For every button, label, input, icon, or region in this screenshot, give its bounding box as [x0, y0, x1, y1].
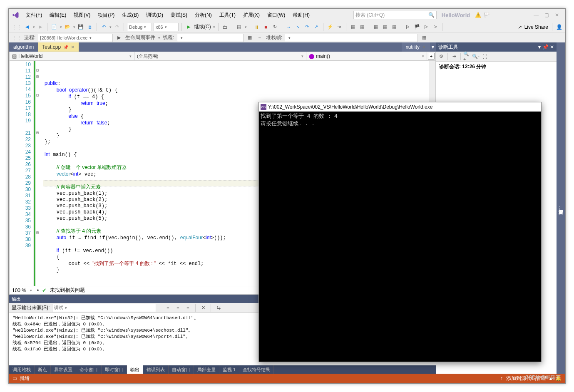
tab-dropdown-icon[interactable]: ▾ [432, 44, 434, 50]
minimize-button[interactable]: — [534, 12, 539, 18]
account-icon[interactable]: 👤 [556, 24, 562, 30]
pin-icon[interactable]: 📌 [63, 45, 68, 50]
solution-explorer-tab[interactable]: 解决方案资源管… [557, 42, 565, 374]
tb-e[interactable]: ▦ [372, 23, 380, 31]
step-out-icon[interactable]: ↗ [313, 23, 320, 31]
tab-algorithm[interactable]: algorithm [9, 42, 38, 52]
bottom-tab[interactable]: 输出 [127, 365, 143, 374]
pause-button[interactable]: ⏸ [253, 23, 261, 31]
platform-combo[interactable]: x86 [154, 23, 179, 31]
stop-button[interactable]: ■ [262, 23, 270, 31]
menu-project[interactable]: 项目(P) [94, 10, 118, 20]
bottom-tab[interactable]: 调用堆栈 [9, 365, 35, 374]
tb-h[interactable]: 🏳 [404, 23, 412, 31]
continue-button[interactable]: 继续(C) [194, 23, 211, 30]
tb-j[interactable]: 🏳 [422, 23, 430, 31]
save-button[interactable]: 💾 [77, 23, 84, 31]
tb-d[interactable]: ▦ [358, 23, 366, 31]
diag-settings-icon[interactable]: ⚙ [437, 53, 445, 60]
close-button[interactable]: ✕ [555, 12, 559, 18]
menu-test[interactable]: 测试(S) [167, 10, 191, 20]
menu-help[interactable]: 帮助(H) [289, 10, 313, 20]
forward-button[interactable]: ▶ [37, 23, 44, 31]
continue-icon[interactable]: ▶ [185, 23, 192, 31]
menu-debug[interactable]: 调试(D) [143, 10, 166, 20]
zoom-in-icon[interactable]: 🔍+ [463, 53, 471, 60]
stack-icon[interactable]: ▦ [420, 34, 428, 42]
lifecycle-icon[interactable]: ▶ [115, 34, 123, 42]
thread-icon[interactable]: ▦ [246, 34, 253, 42]
thread-combo[interactable] [177, 34, 244, 42]
nav-scope[interactable]: ▧HelloWorld [10, 52, 134, 60]
close-tab-icon[interactable]: ✕ [422, 45, 426, 50]
restart-button[interactable]: ↻ [271, 23, 279, 31]
bottom-tab[interactable]: 自动窗口 [169, 365, 194, 374]
bottom-tab[interactable]: 查找符号结果 [239, 365, 274, 374]
open-button[interactable]: 📂 [64, 23, 71, 31]
flag-icon[interactable]: 🏳️ [484, 12, 490, 18]
thread-icon2[interactable]: ≡ [256, 34, 263, 42]
config-combo[interactable]: Debug [127, 23, 152, 31]
code-area[interactable]: public: bool operator()(T& t) { if (t ==… [43, 61, 430, 286]
bottom-tab[interactable]: 命令窗口 [76, 365, 102, 374]
zoom-level[interactable]: 100 % [12, 288, 26, 293]
out-tb4[interactable]: ✕ [199, 304, 207, 312]
step-into-icon[interactable]: ↘ [294, 23, 302, 31]
menu-view[interactable]: 视图(V) [70, 10, 94, 20]
publish-icon[interactable]: ↑ [500, 375, 503, 381]
redo-button[interactable]: ↷ [113, 23, 121, 31]
process-combo[interactable]: [20868] HelloWorld.exe [38, 34, 113, 42]
maximize-button[interactable]: ▢ [544, 12, 549, 18]
bottom-tab[interactable]: 异常设置 [51, 365, 76, 374]
close-tab-icon[interactable]: ✕ [71, 45, 75, 50]
tb-g[interactable]: ▦ [390, 23, 398, 31]
out-tb5[interactable]: ⇆ [215, 304, 222, 312]
menu-extensions[interactable]: 扩展(X) [240, 10, 263, 20]
liveshare-button[interactable]: Live Share [524, 24, 548, 30]
out-tb1[interactable]: ≡ [164, 304, 171, 312]
tb-b[interactable]: ⇥ [335, 23, 343, 31]
output-source-combo[interactable]: 调试 [52, 304, 156, 312]
close-icon[interactable]: ✕ [550, 44, 554, 50]
save-all-button[interactable]: 🗎 [86, 23, 94, 31]
nav-func[interactable]: ⬤main() [306, 52, 427, 60]
back-button[interactable]: ◀ [23, 23, 31, 31]
code-editor[interactable]: 1011121314151617181921222324252627282930… [9, 61, 436, 286]
out-tb2[interactable]: ≡ [174, 304, 181, 312]
bottom-tab[interactable]: 断点 [35, 365, 51, 374]
tab-test-cpp[interactable]: Test.cpp 📌 ✕ [38, 42, 79, 52]
tb-c[interactable]: ▦ [349, 23, 357, 31]
pin-icon[interactable]: ▾ 📌 [538, 44, 548, 50]
menu-edit[interactable]: 编辑(E) [46, 10, 70, 20]
diag-select-icon[interactable]: ⇥ [450, 53, 458, 60]
tb-icon1[interactable]: 🗀 [221, 23, 229, 31]
out-tb3[interactable]: ≡ [184, 304, 191, 312]
expand-button[interactable]: + [428, 53, 435, 60]
menu-file[interactable]: 文件(F) [22, 10, 45, 20]
bottom-tab[interactable]: 即时窗口 [102, 365, 127, 374]
step-over-icon[interactable]: ↷ [303, 23, 311, 31]
tb-a[interactable]: ⚡ [326, 23, 334, 31]
new-button[interactable]: 📄 [50, 23, 58, 31]
step-next-icon[interactable]: → [285, 23, 293, 31]
tab-xutility[interactable]: xutility✕ [402, 42, 430, 52]
bottom-tab[interactable]: 局部变量 [194, 365, 219, 374]
zoom-fit-icon[interactable]: ⛶ [481, 53, 488, 60]
search-input[interactable]: 搜索 (Ctrl+Q) 🔍 [353, 11, 437, 19]
liveshare-icon[interactable]: ↗ [518, 24, 522, 30]
tb-i[interactable]: 🏴 [413, 23, 421, 31]
menu-build[interactable]: 生成(B) [119, 10, 142, 20]
tb-icon2[interactable]: ▤ [235, 23, 243, 31]
undo-button[interactable]: ↶ [100, 23, 107, 31]
menu-window[interactable]: 窗口(W) [264, 10, 288, 20]
stack-combo[interactable] [285, 34, 418, 42]
nav-mid[interactable]: (全局范围) [134, 52, 306, 60]
menu-tools[interactable]: 工具(T) [216, 10, 239, 20]
zoom-out-icon[interactable]: 🔍- [472, 53, 480, 60]
bottom-tab[interactable]: 错误列表 [143, 365, 169, 374]
tb-f[interactable]: ▦ [381, 23, 389, 31]
menu-analyze[interactable]: 分析(N) [191, 10, 215, 20]
bottom-tab[interactable]: 监视 1 [219, 365, 239, 374]
fold-margin[interactable]: ⊟ ⊟ ⊟ ⊟ ⊟ [35, 61, 43, 286]
tb-k[interactable]: 🏳 [432, 23, 439, 31]
